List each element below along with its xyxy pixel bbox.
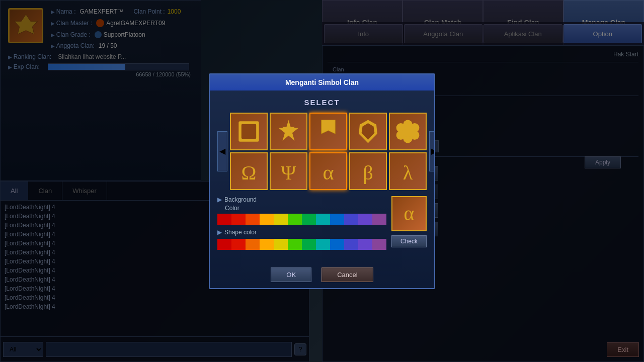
- color-preview-section: ▶ Background Color: [217, 196, 427, 254]
- shape-color-orange[interactable]: [246, 239, 260, 250]
- svg-text:β: β: [363, 161, 373, 184]
- shape-color-yellow1[interactable]: [260, 239, 274, 250]
- preview-box: α: [391, 196, 427, 231]
- symbol-cell-badge[interactable]: [349, 113, 387, 150]
- symbol-grid-wrapper: Ω Ψ α: [230, 113, 427, 190]
- symbol-row-2: Ω Ψ α: [230, 152, 427, 190]
- symbol-cell-psi[interactable]: Ψ: [270, 152, 307, 190]
- bg-color-green1[interactable]: [288, 214, 302, 225]
- modal-select-label: SELECT: [217, 98, 427, 107]
- shape-color-header: ▶ Shape color: [217, 229, 386, 236]
- symbol-cell-alpha[interactable]: α: [309, 152, 347, 190]
- shape-color-darkblue[interactable]: [344, 239, 358, 250]
- preview-section: α Check: [391, 196, 427, 254]
- shape-color-strip: [217, 239, 386, 250]
- color-label: Color: [225, 205, 239, 212]
- shape-color-red2[interactable]: [231, 239, 246, 250]
- symbol-cell-banner[interactable]: [309, 113, 347, 150]
- svg-text:Ψ: Ψ: [281, 161, 296, 184]
- symbol-cell-omega[interactable]: Ω: [230, 152, 268, 190]
- bg-color-purple[interactable]: [358, 214, 372, 225]
- symbol-grid-container: ◀: [217, 113, 427, 190]
- bg-color-header: ▶ Background: [217, 196, 386, 203]
- svg-point-11: [403, 126, 414, 137]
- modal-body: SELECT ◀: [210, 90, 434, 261]
- check-button[interactable]: Check: [391, 235, 427, 247]
- menganti-simbol-modal: Menganti Simbol Clan SELECT ◀: [209, 73, 435, 289]
- symbol-prev-arrow[interactable]: ◀: [217, 131, 227, 171]
- symbol-cell-star[interactable]: [270, 113, 307, 150]
- background-label: Background: [224, 196, 257, 203]
- bg-color-yellow2[interactable]: [274, 214, 288, 225]
- svg-text:α: α: [323, 160, 334, 184]
- shape-color-label: Shape color: [224, 229, 257, 236]
- color-label-row: Color: [217, 205, 386, 212]
- bg-color-yellow1[interactable]: [260, 214, 274, 225]
- bg-color-cyan[interactable]: [316, 214, 330, 225]
- bg-color-green2[interactable]: [302, 214, 316, 225]
- symbol-cell-square[interactable]: [230, 113, 268, 150]
- shape-color-green1[interactable]: [288, 239, 302, 250]
- modal-cancel-button[interactable]: Cancel: [321, 267, 373, 282]
- modal-footer: OK Cancel: [210, 261, 434, 288]
- symbol-cell-lambda[interactable]: λ: [389, 152, 427, 190]
- svg-text:λ: λ: [403, 161, 413, 184]
- shape-color-green2[interactable]: [302, 239, 316, 250]
- svg-rect-2: [242, 124, 256, 138]
- bg-color-magenta[interactable]: [372, 214, 386, 225]
- bg-color-red1[interactable]: [217, 214, 231, 225]
- bg-color-darkblue[interactable]: [344, 214, 358, 225]
- shape-color-magenta[interactable]: [372, 239, 386, 250]
- symbol-cell-flower[interactable]: [389, 113, 427, 150]
- symbol-row-1: [230, 113, 427, 150]
- modal-header: Menganti Simbol Clan: [210, 74, 434, 90]
- shape-color-red1[interactable]: [217, 239, 231, 250]
- bg-color-red2[interactable]: [231, 214, 246, 225]
- bg-color-strip: [217, 214, 386, 225]
- bg-color-orange[interactable]: [246, 214, 260, 225]
- shape-color-yellow2[interactable]: [274, 239, 288, 250]
- modal-ok-button[interactable]: OK: [271, 267, 311, 282]
- shape-color-purple[interactable]: [358, 239, 372, 250]
- preview-symbol: α: [404, 202, 415, 225]
- shape-color-blue[interactable]: [330, 239, 344, 250]
- bg-color-blue[interactable]: [330, 214, 344, 225]
- symbol-cell-beta[interactable]: β: [349, 152, 387, 190]
- modal-overlay: Menganti Simbol Clan SELECT ◀: [0, 0, 644, 362]
- svg-text:Ω: Ω: [242, 161, 257, 184]
- color-controls: ▶ Background Color: [217, 196, 386, 254]
- symbol-next-arrow[interactable]: ▶: [429, 131, 435, 171]
- shape-color-cyan[interactable]: [316, 239, 330, 250]
